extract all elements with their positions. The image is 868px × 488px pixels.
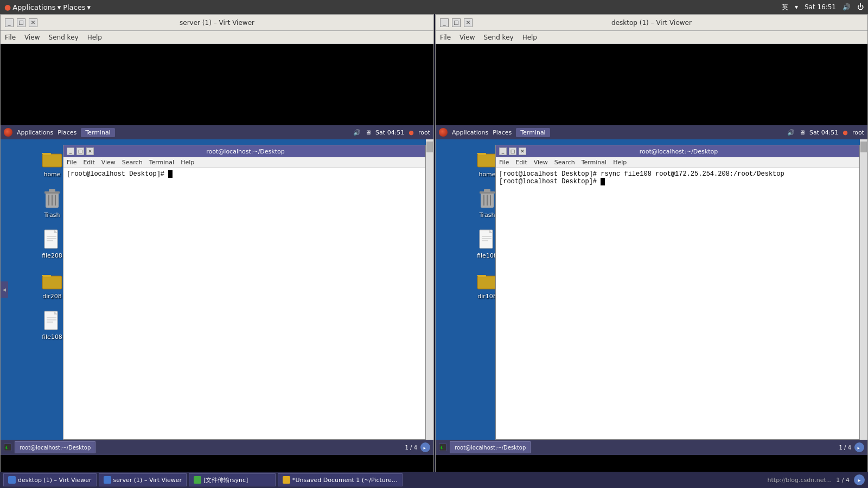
right-close-btn[interactable]: ✕	[464, 18, 473, 27]
left-terminal-content[interactable]: [root@localhost Desktop]#	[63, 168, 425, 439]
left-taskbar-right: 1 / 4 ▸	[405, 442, 430, 452]
right-home-icon-label: home	[478, 171, 495, 178]
right-file108-icon	[477, 229, 497, 251]
right-term-maximize[interactable]: □	[509, 147, 516, 155]
left-scrollbar[interactable]	[426, 139, 433, 440]
left-edge-arrow[interactable]: ◂	[1, 281, 8, 298]
left-guest-places[interactable]: Places	[58, 129, 76, 136]
right-file108-icon-label: file108	[477, 252, 497, 259]
svg-rect-0	[42, 154, 62, 167]
left-trash-icon	[42, 188, 62, 210]
right-guest-taskbar: $ root@localhost:~/Desktop 1 / 4 ▸	[436, 440, 867, 455]
left-term-menu-edit[interactable]: Edit	[83, 159, 94, 166]
lang-indicator[interactable]: 英	[782, 3, 788, 12]
right-menu-file[interactable]: File	[440, 34, 451, 41]
sound-icon[interactable]: 🔊	[843, 3, 851, 11]
left-term-minimize[interactable]: _	[67, 147, 74, 155]
left-menu-view[interactable]: View	[24, 34, 40, 41]
left-taskbar-nav[interactable]: ▸	[420, 442, 430, 452]
host-task-desktop-viewer[interactable]: desktop (1) – Virt Viewer	[3, 473, 97, 486]
right-terminal-titlebar: _ □ ✕ root@localhost:~/Desktop	[496, 145, 859, 157]
left-terminal-titlebar: _ □ ✕ root@localhost:~/Desktop	[63, 145, 425, 157]
right-terminal-line1: [root@localhost Desktop]# rsync file108 …	[499, 170, 856, 178]
host-task-rsync-icon	[194, 476, 201, 484]
right-guest-user: root	[852, 129, 864, 136]
left-term-menu-search[interactable]: Search	[122, 159, 143, 166]
left-terminal-win-controls: _ □ ✕	[67, 147, 94, 155]
left-term-close[interactable]: ✕	[86, 147, 94, 155]
right-vm-screen[interactable]: Applications Places Terminal 🔊 🖥 Sat 04:…	[436, 44, 867, 487]
left-guest-panel-left: Applications Places Terminal	[4, 128, 115, 137]
right-guest-sound-icon: 🔊	[787, 129, 795, 136]
applications-menu[interactable]: ● Applications ▾	[4, 3, 61, 11]
right-vm-black-top	[436, 44, 867, 125]
svg-rect-14	[42, 276, 62, 289]
right-guest-places[interactable]: Places	[493, 129, 512, 136]
right-taskbar-nav[interactable]: ▸	[854, 442, 864, 452]
right-menu-help[interactable]: Help	[522, 34, 537, 41]
right-scrollbar[interactable]	[860, 139, 867, 440]
left-terminal-menubar: File Edit View Search Terminal Help	[63, 157, 425, 168]
right-term-menu-file[interactable]: File	[499, 159, 509, 166]
left-term-menu-view[interactable]: View	[101, 159, 116, 166]
right-term-menu-search[interactable]: Search	[554, 159, 575, 166]
svg-rect-5	[49, 189, 55, 192]
places-menu[interactable]: Places ▾	[63, 3, 91, 11]
left-trash-icon-label: Trash	[44, 211, 60, 219]
right-menu-sendkey[interactable]: Send key	[484, 34, 514, 41]
right-virt-win-controls: _ □ ✕	[440, 18, 473, 27]
left-minimize-btn[interactable]: _	[5, 18, 14, 27]
right-menu-view[interactable]: View	[459, 34, 475, 41]
left-guest-terminal-btn[interactable]: Terminal	[81, 128, 115, 137]
right-term-menu-terminal[interactable]: Terminal	[582, 159, 607, 166]
host-task-doc-label: *Unsaved Document 1 (~/Picture…	[292, 477, 398, 484]
places-label: Places	[63, 3, 85, 11]
right-terminal-content[interactable]: [root@localhost Desktop]# rsync file108 …	[496, 168, 859, 439]
right-taskbar-item[interactable]: root@localhost:~/Desktop	[450, 441, 531, 453]
svg-text:▸: ▸	[423, 445, 426, 451]
right-taskbar-right: 1 / 4 ▸	[839, 442, 864, 452]
left-taskbar-item[interactable]: root@localhost:~/Desktop	[15, 441, 95, 453]
left-close-btn[interactable]: ✕	[29, 18, 37, 27]
host-pager: 1 / 4	[836, 477, 850, 484]
system-bar: ● Applications ▾ Places ▾ 英 ▾ Sat 16:51 …	[0, 0, 868, 14]
left-menu-file[interactable]: File	[5, 34, 16, 41]
host-nav-btn[interactable]: ▸	[854, 474, 865, 485]
left-guest-desktop-area: home Trash	[1, 139, 433, 440]
left-term-menu-help[interactable]: Help	[181, 159, 194, 166]
host-task-desktop-label: desktop (1) – Virt Viewer	[18, 477, 92, 484]
left-menu-sendkey[interactable]: Send key	[49, 34, 79, 41]
right-maximize-btn[interactable]: □	[452, 18, 461, 27]
right-term-close[interactable]: ✕	[519, 147, 526, 155]
left-file208-icon	[42, 229, 62, 251]
right-term-menu-help[interactable]: Help	[613, 159, 627, 166]
svg-rect-26	[477, 154, 497, 167]
left-guest-desktop: Applications Places Terminal 🔊 🖥 Sat 04:…	[1, 125, 433, 455]
left-file208-icon-label: file208	[42, 252, 62, 259]
right-term-menu-edit[interactable]: Edit	[515, 159, 527, 166]
left-maximize-btn[interactable]: □	[17, 18, 25, 27]
right-guest-desktop: Applications Places Terminal 🔊 🖥 Sat 04:…	[436, 125, 867, 455]
right-terminal-title: root@localhost:~/Desktop	[526, 148, 831, 155]
main-area: _ □ ✕ server (1) – Virt Viewer File View…	[0, 14, 868, 488]
left-term-menu-terminal[interactable]: Terminal	[149, 159, 175, 166]
host-task-rsync[interactable]: [文件传输rsync]	[189, 473, 276, 486]
host-task-server-viewer[interactable]: server (1) – Virt Viewer	[99, 473, 187, 486]
left-term-maximize[interactable]: □	[76, 147, 84, 155]
host-task-doc[interactable]: *Unsaved Document 1 (~/Picture…	[278, 473, 403, 486]
left-guest-apps[interactable]: Applications	[17, 129, 53, 136]
right-minimize-btn[interactable]: _	[440, 18, 449, 27]
left-menu-help[interactable]: Help	[87, 34, 102, 41]
right-term-minimize[interactable]: _	[499, 147, 507, 155]
right-scroll-thumb	[860, 142, 867, 152]
right-trash-icon-label: Trash	[479, 211, 495, 219]
svg-text:$: $	[441, 446, 443, 450]
power-icon[interactable]: ⏻	[857, 3, 864, 11]
left-virt-pane: _ □ ✕ server (1) – Virt Viewer File View…	[0, 14, 434, 488]
right-term-menu-view[interactable]: View	[534, 159, 548, 166]
left-term-menu-file[interactable]: File	[67, 159, 76, 166]
right-guest-apps[interactable]: Applications	[452, 129, 488, 136]
right-guest-terminal-btn[interactable]: Terminal	[516, 128, 550, 137]
right-trash-icon	[477, 188, 497, 210]
left-vm-screen[interactable]: Applications Places Terminal 🔊 🖥 Sat 04:…	[1, 44, 433, 487]
